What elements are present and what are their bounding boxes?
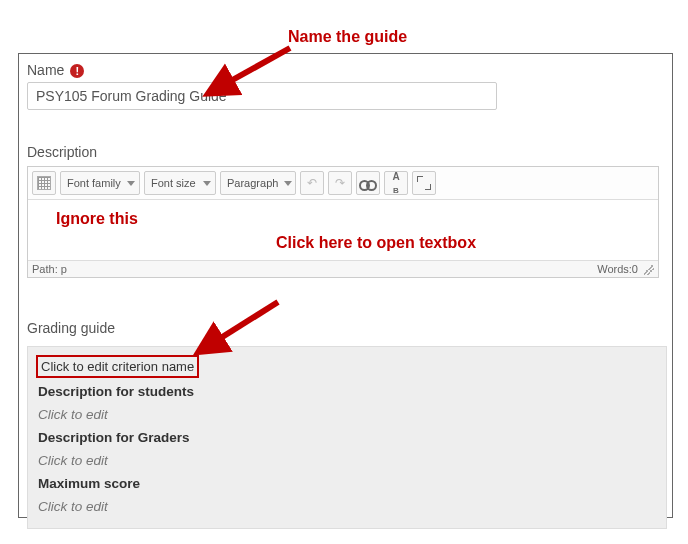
name-label: Name ! [27, 62, 664, 78]
desc-graders-field[interactable]: Click to edit [38, 453, 656, 468]
redo-icon: ↷ [335, 176, 345, 190]
name-input[interactable] [27, 82, 497, 110]
criterion-panel: Click to edit criterion name Description… [27, 346, 667, 529]
fullscreen-button[interactable] [412, 171, 436, 195]
toolbar-toggle-button[interactable] [32, 171, 56, 195]
find-button[interactable] [356, 171, 380, 195]
chevron-down-icon [203, 181, 211, 186]
grid-icon [37, 176, 51, 190]
undo-button[interactable]: ↶ [300, 171, 324, 195]
undo-icon: ↶ [307, 176, 317, 190]
grading-guide-label: Grading guide [27, 320, 664, 336]
desc-students-label: Description for students [38, 384, 656, 399]
chevron-down-icon [284, 181, 292, 186]
paragraph-select[interactable]: Paragraph [220, 171, 296, 195]
annotation-ignore: Ignore this [28, 200, 658, 228]
editor-status-bar: Path: p Words:0 [28, 260, 658, 277]
criterion-name-field[interactable]: Click to edit criterion name [38, 357, 197, 376]
find-replace-button[interactable]: AB [384, 171, 408, 195]
desc-students-field[interactable]: Click to edit [38, 407, 656, 422]
editor-word-count: Words:0 [597, 263, 638, 275]
max-score-label: Maximum score [38, 476, 656, 491]
form-panel: Name ! Description Font family Font size… [18, 53, 673, 518]
desc-graders-label: Description for Graders [38, 430, 656, 445]
rich-text-editor: Font family Font size Paragraph ↶ ↷ AB I… [27, 166, 659, 278]
font-family-select[interactable]: Font family [60, 171, 140, 195]
font-size-label: Font size [151, 177, 196, 189]
expand-icon [417, 176, 431, 190]
find-replace-icon: AB [392, 172, 399, 195]
annotation-name-guide: Name the guide [288, 28, 407, 46]
font-family-label: Font family [67, 177, 121, 189]
editor-toolbar: Font family Font size Paragraph ↶ ↷ AB [28, 167, 658, 200]
annotation-click-open: Click here to open textbox [276, 234, 476, 252]
redo-button[interactable]: ↷ [328, 171, 352, 195]
max-score-field[interactable]: Click to edit [38, 499, 656, 514]
description-label: Description [27, 144, 664, 160]
binoculars-icon [360, 176, 376, 190]
editor-path: Path: p [32, 263, 67, 275]
font-size-select[interactable]: Font size [144, 171, 216, 195]
required-icon: ! [70, 64, 84, 78]
name-label-text: Name [27, 62, 64, 78]
resize-grip-icon[interactable] [644, 265, 654, 275]
chevron-down-icon [127, 181, 135, 186]
paragraph-label: Paragraph [227, 177, 278, 189]
